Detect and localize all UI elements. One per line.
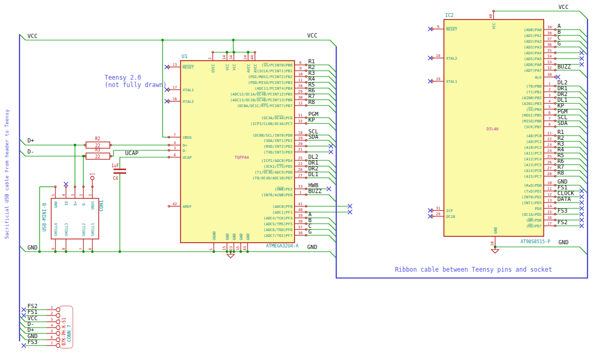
pin-number: 6 xyxy=(51,336,53,340)
pin-number: 44 xyxy=(250,55,254,60)
bus-entry xyxy=(329,235,336,243)
pin-number: 34 xyxy=(229,55,233,60)
pin-name: (ADC5/TMS)PF5 xyxy=(263,222,292,226)
wire xyxy=(20,246,25,252)
pin-name: (OC1A)PD5 xyxy=(522,213,542,217)
pin-number: 3 xyxy=(71,194,75,196)
net-label: GND xyxy=(558,239,568,245)
pin-number: 5 xyxy=(51,194,55,196)
junction-dot xyxy=(226,51,229,54)
pin-name: SHELL4 xyxy=(54,223,58,236)
note-teensy: Teensy 2.0 xyxy=(105,74,141,81)
pin-number: 25 xyxy=(547,155,552,159)
pin-name: (RD)PD7 xyxy=(526,224,542,228)
pin-name: (XCK1/CTS)PD5 xyxy=(263,165,292,169)
net-label: R8 xyxy=(557,169,564,176)
pin-number: 36 xyxy=(298,231,302,235)
pin-number: 40 xyxy=(298,208,302,212)
pin-name: AVCC xyxy=(253,64,258,73)
component-value: B7K-PH-K-S1 xyxy=(62,318,67,346)
pin-number: 10 xyxy=(298,72,302,76)
pin-name: (A10)PC2 xyxy=(524,146,542,150)
pin-number: 36 xyxy=(547,43,552,47)
junction-dot xyxy=(82,251,85,253)
pin-number: 2 xyxy=(79,194,83,196)
pin-number: 41 xyxy=(298,202,302,206)
pin-name: (A14)PC6 xyxy=(524,169,542,173)
pin-number: 19 xyxy=(298,136,302,140)
bus-entry xyxy=(329,88,336,95)
net-label: VCC xyxy=(558,4,568,10)
pin-name: XTAL2 xyxy=(183,100,194,104)
pin-name: (A11)PC3 xyxy=(524,151,542,156)
bus-entry xyxy=(329,172,336,179)
pin-name: OC1B xyxy=(446,215,455,219)
bus-entry xyxy=(580,70,587,78)
pin-name: (OC0A/OC1C/RTS/PCINT7)PB7 xyxy=(237,104,292,108)
pin-name: D- xyxy=(82,201,86,205)
pin-name: (A8)PC0 xyxy=(526,134,542,138)
pin-number: 4 xyxy=(62,194,66,196)
pin-number: 16 xyxy=(173,97,177,101)
junction-dot xyxy=(82,155,85,158)
pin-name: VBUS xyxy=(183,136,192,140)
junction-dot xyxy=(233,51,235,54)
pin-number: 31 xyxy=(436,206,440,210)
net-label: D- xyxy=(27,148,34,155)
pin-name: (AD6)PA6 xyxy=(524,63,542,67)
pin-name: GND xyxy=(225,233,230,240)
pin-name: (RXD/INT2)PD2 xyxy=(263,145,292,149)
pin-number: 38 xyxy=(298,219,302,224)
pin-name: GND xyxy=(246,233,250,240)
pin-number: 4 xyxy=(51,323,53,328)
pin-name: (HWB)PE2 xyxy=(274,187,292,191)
pin-number: 1 xyxy=(548,82,551,86)
bus-entry xyxy=(329,76,336,84)
component-ref: R3 xyxy=(95,148,100,152)
pin-number: 16 xyxy=(547,216,552,220)
pin-name: (ADC7/TDI)PF7 xyxy=(263,234,292,238)
pin-name: (AD2)PA2 xyxy=(524,40,542,44)
pin-name: (A12)PC4 xyxy=(524,157,542,161)
pin-number: 9 xyxy=(51,248,55,250)
pin-number: 5 xyxy=(209,248,213,251)
pin-name: (ADC13/OC1B/OC4B/PCINT13)PB6 xyxy=(230,98,292,102)
bus-entry xyxy=(20,328,25,333)
pin-number: 1 xyxy=(299,190,301,195)
pin-end xyxy=(56,338,60,341)
pin-name: XTAL1 xyxy=(183,88,194,92)
pin-name: (INT0)PD2 xyxy=(522,195,542,199)
pin-name: XTAL1 xyxy=(446,80,457,84)
wire xyxy=(20,34,25,40)
pin-number: 5 xyxy=(51,329,53,333)
pin-number: 22 xyxy=(547,137,552,141)
pin-number: 3 xyxy=(548,93,551,98)
bus-entry xyxy=(329,71,336,78)
pin-number: 35 xyxy=(236,246,240,251)
pin-name: GND xyxy=(494,227,498,234)
pin-number: 23 xyxy=(547,143,552,147)
gnd-symbol-icon xyxy=(227,254,234,258)
pin-number: 42 xyxy=(173,202,177,206)
pin-number: 13 xyxy=(547,198,552,203)
component-ref: U1 xyxy=(182,54,187,59)
pin-name: (AD3)PA3 xyxy=(524,45,542,50)
pin-name: D- xyxy=(183,149,187,153)
pin-number: 30 xyxy=(298,95,302,100)
pin-name: (OC0B/SCL/INT0)PD0 xyxy=(252,133,292,138)
bus-entry xyxy=(329,100,336,107)
pin-number: 8 xyxy=(62,248,66,250)
pin-number: 23 xyxy=(229,246,233,251)
pin-number: 3 xyxy=(174,146,176,150)
pin-end xyxy=(56,325,60,329)
pin-name: (TXD/INT3)PD3 xyxy=(263,150,292,155)
net-label: VCC xyxy=(307,32,317,39)
pin-number: 43 xyxy=(243,246,247,251)
wire xyxy=(580,247,587,255)
pin-name: (ADC12/OC1A/OC4B/PCINT12)PB5 xyxy=(230,92,292,97)
wire xyxy=(330,252,336,258)
pin-name: (SS)PB4 xyxy=(526,108,542,112)
pin-name: (TxD)PD1 xyxy=(524,189,542,194)
net-label: D+ xyxy=(27,327,34,333)
pin-name: AREF xyxy=(183,205,192,209)
